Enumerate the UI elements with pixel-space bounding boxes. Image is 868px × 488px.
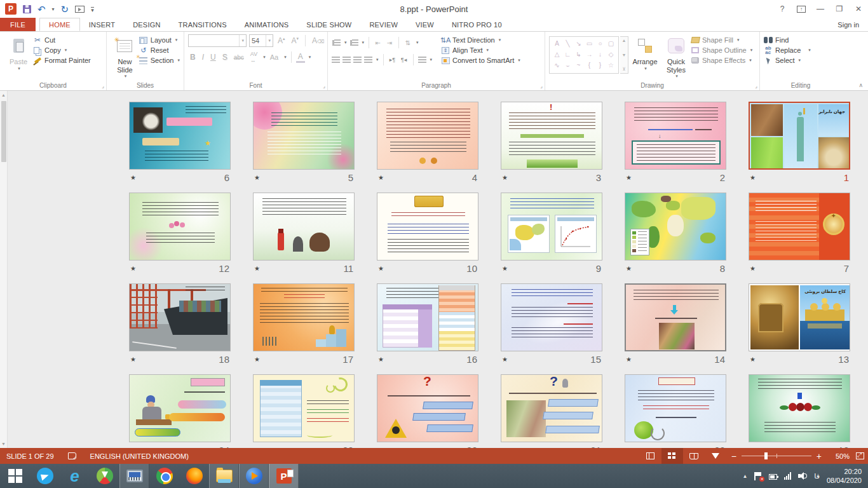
- slide-1-thumbnail[interactable]: جهان نابرابر: [749, 102, 850, 170]
- clear-formatting-button[interactable]: A⌫: [310, 36, 326, 45]
- taskbar-remote-desktop-icon[interactable]: [119, 464, 149, 488]
- scroll-down-arrow[interactable]: ▼: [1, 440, 6, 448]
- curve-shape-icon[interactable]: ~: [573, 60, 584, 71]
- rtl-direction-icon[interactable]: ¶◂: [400, 56, 409, 64]
- slide-18-thumbnail[interactable]: [129, 283, 231, 351]
- taskbar-media-player-icon[interactable]: [239, 464, 269, 488]
- slide-3-thumbnail[interactable]: !: [501, 102, 602, 170]
- zoom-level[interactable]: 50%: [827, 452, 850, 460]
- start-slideshow-icon[interactable]: [75, 6, 85, 13]
- ltr-direction-icon[interactable]: ▸¶: [388, 56, 397, 64]
- section-button[interactable]: Section▾: [139, 57, 180, 64]
- slide-5-thumbnail[interactable]: [253, 102, 355, 170]
- drawing-dialog-launcher-icon[interactable]: ⌟: [755, 83, 757, 89]
- grow-font-button[interactable]: A▴: [276, 36, 287, 45]
- layout-button[interactable]: Layout▾: [139, 36, 180, 44]
- tab-file[interactable]: FILE: [0, 18, 36, 31]
- shape-effects-button[interactable]: Shape Effects▾: [691, 57, 752, 64]
- scrollbar-thumb[interactable]: [1, 101, 6, 162]
- font-size-combo[interactable]: 54▾: [249, 34, 273, 47]
- zoom-slider-thumb[interactable]: [764, 452, 768, 459]
- font-color-button[interactable]: A: [296, 52, 305, 63]
- vertical-scrollbar[interactable]: ▲ ▼: [0, 91, 8, 448]
- slide-7-thumbnail[interactable]: ✦: [749, 193, 850, 261]
- clipboard-dialog-launcher-icon[interactable]: ⌟: [102, 83, 104, 89]
- star-shape-icon[interactable]: ☆: [606, 60, 616, 71]
- slide-23-thumbnail[interactable]: [253, 374, 355, 442]
- slide-show-button[interactable]: [705, 448, 726, 464]
- action-center-icon[interactable]: [754, 472, 762, 480]
- powerpoint-logo-icon[interactable]: P: [5, 3, 17, 15]
- input-language-indicator[interactable]: فا: [814, 472, 820, 480]
- numbering-icon[interactable]: [352, 39, 358, 46]
- slide-8-thumbnail[interactable]: [625, 193, 726, 261]
- slide-24-thumbnail[interactable]: [129, 374, 231, 442]
- spell-check-icon[interactable]: [68, 452, 76, 459]
- zoom-out-button[interactable]: −: [731, 452, 736, 461]
- convert-smartart-button[interactable]: Convert to SmartArt▾: [441, 57, 520, 64]
- slide-9-thumbnail[interactable]: [501, 193, 602, 261]
- restore-button[interactable]: ❐: [830, 0, 849, 18]
- tab-view[interactable]: VIEW: [407, 18, 443, 31]
- line-shape-icon[interactable]: ╲: [562, 38, 573, 49]
- new-slide-button[interactable]: New Slide▾: [111, 34, 139, 79]
- rectangle-shape-icon[interactable]: ▭: [584, 38, 595, 49]
- slide-19-thumbnail[interactable]: [749, 374, 850, 442]
- slide-20-thumbnail[interactable]: [625, 374, 726, 442]
- normal-view-button[interactable]: [640, 448, 661, 464]
- start-button[interactable]: [0, 464, 30, 488]
- underline-button[interactable]: U: [208, 53, 218, 62]
- save-icon[interactable]: [23, 5, 31, 13]
- taskbar-file-explorer-icon[interactable]: [209, 464, 239, 488]
- arrange-button[interactable]: Arrange▾: [628, 34, 661, 71]
- taskbar-powerpoint-icon[interactable]: P: [269, 464, 299, 488]
- triangle-shape-icon[interactable]: △: [552, 49, 562, 60]
- arrow-shape-icon[interactable]: ↘: [573, 38, 584, 49]
- shape-fill-button[interactable]: Shape Fill▾: [691, 36, 752, 44]
- text-direction-button[interactable]: ⇅AText Direction▾: [441, 36, 520, 44]
- slide-16-thumbnail[interactable]: [377, 283, 478, 351]
- elbow-connector-icon[interactable]: ∟: [562, 49, 573, 60]
- strikethrough-button[interactable]: abc: [232, 54, 246, 61]
- paste-button[interactable]: Paste▾: [4, 34, 33, 71]
- tab-insert[interactable]: INSERT: [80, 18, 124, 31]
- quick-styles-button[interactable]: Quick Styles▾: [661, 34, 691, 79]
- bold-button[interactable]: B: [188, 53, 198, 62]
- slide-13-thumbnail[interactable]: کاخ سلطان برونئی: [749, 283, 850, 351]
- select-button[interactable]: Select▾: [764, 57, 811, 64]
- language-indicator[interactable]: ENGLISH (UNITED KINGDOM): [90, 452, 189, 460]
- taskbar-internet-explorer-icon[interactable]: e: [60, 464, 90, 488]
- cut-button[interactable]: ✂Cut: [33, 36, 91, 44]
- character-spacing-button[interactable]: AV↔: [248, 51, 259, 64]
- bullets-icon[interactable]: [334, 39, 341, 46]
- ribbon-display-options-button[interactable]: ↑: [792, 0, 811, 18]
- paragraph-dialog-launcher-icon[interactable]: ⌟: [540, 83, 543, 89]
- shape-outline-button[interactable]: Shape Outline▾: [691, 46, 752, 54]
- slide-sorter-view-button[interactable]: [661, 448, 683, 464]
- tab-review[interactable]: REVIEW: [360, 18, 407, 31]
- align-left-icon[interactable]: [332, 57, 340, 64]
- right-arrow-shape-icon[interactable]: →: [584, 49, 595, 60]
- undo-icon[interactable]: ↶: [37, 4, 46, 14]
- slide-17-thumbnail[interactable]: [253, 283, 355, 351]
- freeform-shape-icon[interactable]: ◇: [606, 49, 616, 60]
- slide-11-thumbnail[interactable]: [253, 193, 355, 261]
- battery-icon[interactable]: [769, 474, 777, 480]
- tab-design[interactable]: DESIGN: [124, 18, 169, 31]
- slide-4-thumbnail[interactable]: [377, 102, 478, 170]
- down-arrow-shape-icon[interactable]: ↓: [595, 49, 606, 60]
- clock[interactable]: 20:20 08/04/2020: [827, 467, 862, 485]
- decrease-indent-icon[interactable]: ⇤: [374, 39, 383, 46]
- slide-15-thumbnail[interactable]: [501, 283, 602, 351]
- reset-button[interactable]: ↺Reset: [139, 46, 180, 54]
- tab-transitions[interactable]: TRANSITIONS: [170, 18, 236, 31]
- font-name-combo[interactable]: ▾: [188, 34, 247, 47]
- replace-button[interactable]: abacReplace▾: [764, 46, 811, 54]
- shapes-gallery-scroll[interactable]: ▲▼⊻: [620, 36, 628, 74]
- oval-shape-icon[interactable]: ○: [595, 38, 606, 49]
- scribble-shape-icon[interactable]: ∿: [552, 60, 562, 71]
- taskbar-firefox-icon[interactable]: [179, 464, 209, 488]
- align-text-button[interactable]: ⇕Align Text▾: [441, 46, 520, 54]
- align-right-icon[interactable]: [353, 57, 362, 64]
- taskbar-idm-icon[interactable]: [90, 464, 119, 488]
